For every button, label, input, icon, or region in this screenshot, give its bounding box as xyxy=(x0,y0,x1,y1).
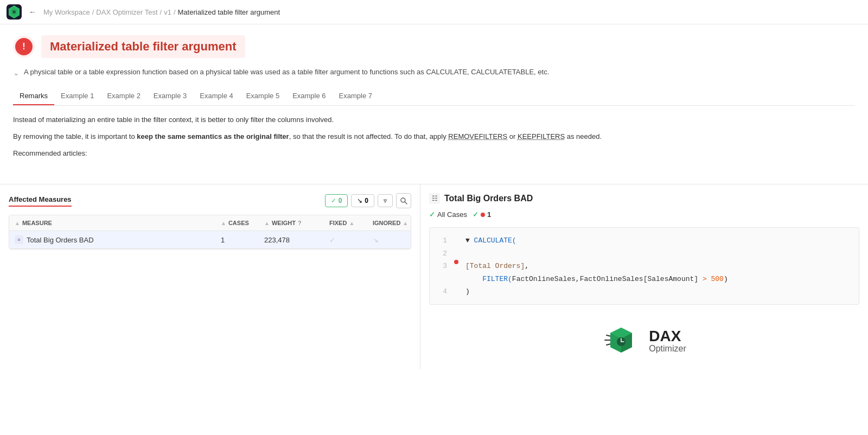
fixed-check-icon[interactable]: ✓ xyxy=(329,236,335,244)
total-orders-ref: [Total Orders] xyxy=(465,262,525,270)
measure-icon: ≡ xyxy=(15,235,23,244)
tab-example1[interactable]: Example 1 xyxy=(54,87,100,105)
filter-op: > 500 xyxy=(698,275,724,283)
col-measure: ▲ MEASURE xyxy=(9,215,215,231)
filter-close: ) xyxy=(724,275,728,283)
tab-example6[interactable]: Example 6 xyxy=(286,87,332,105)
keepfilters-link[interactable]: KEEPFILTERS xyxy=(518,132,565,140)
filter-fixed-button[interactable]: ✓ 0 xyxy=(325,194,348,207)
case-dot xyxy=(481,213,485,217)
right-panel: ☷ Total Big Orders BAD ✓ All Cases ✓ 1 1… xyxy=(420,184,868,369)
breadcrumb: My Workspace / DAX Optimizer Test / v1 /… xyxy=(43,8,280,16)
remarks-p1: Instead of materializing an entire table… xyxy=(13,114,855,126)
affected-measures-title: Affected Measures xyxy=(9,195,72,207)
line-num-2: 2 xyxy=(436,247,447,260)
sort-icon: ▲ xyxy=(349,220,354,226)
col-weight: ▲ WEIGHT ? xyxy=(259,215,324,231)
tab-remarks[interactable]: Remarks xyxy=(13,87,54,105)
filter-icon: ▿ xyxy=(384,197,387,204)
remarks-p2-post: as needed. xyxy=(565,132,602,140)
recommended-articles-label: Recommended articles: xyxy=(13,148,855,159)
chevron-down-icon[interactable]: ⌄ xyxy=(13,67,20,79)
breadcrumb-version[interactable]: v1 xyxy=(164,8,171,16)
case-checkmark: ✓ xyxy=(473,210,478,219)
code-block: 1 ▼ CALCULATE( 2 3 [Total Orders], FIL xyxy=(429,227,859,305)
code-text-3: [Total Orders], FILTER(FactOnlineSales,F… xyxy=(465,260,852,285)
code-line-2: 2 xyxy=(436,247,852,260)
case-badge[interactable]: ✓ 1 xyxy=(473,210,491,219)
search-button[interactable] xyxy=(396,193,411,208)
col-fixed: FIXED ▲ xyxy=(324,215,367,231)
cell-cases: 1 xyxy=(215,231,259,248)
code-line-4: 4 ) xyxy=(436,285,852,298)
measure-table-icon: ☷ xyxy=(429,193,440,204)
back-button[interactable]: ← xyxy=(26,5,39,18)
cell-measure-name: ≡ Total Big Orders BAD xyxy=(9,231,215,248)
sort-icon: ▲ xyxy=(264,220,270,226)
breadcrumb-sep3: / xyxy=(174,8,176,16)
code-text-2 xyxy=(465,247,852,260)
dax-cube-container xyxy=(602,321,640,361)
ignored-icon: ↘ xyxy=(357,197,362,204)
page-title: Materialized table filter argument xyxy=(41,35,245,58)
tabs-row: Remarks Example 1 Example 2 Example 3 Ex… xyxy=(13,87,855,106)
calculate-kw: CALCULATE( xyxy=(474,236,516,245)
svg-point-2 xyxy=(12,10,16,14)
optimizer-label: Optimizer xyxy=(649,344,686,354)
cell-weight: 223,478 xyxy=(259,231,324,248)
right-panel-title: Total Big Orders BAD xyxy=(444,194,533,203)
all-cases-checkmark: ✓ xyxy=(429,210,435,219)
tab-example5[interactable]: Example 5 xyxy=(240,87,286,105)
line-num-4: 4 xyxy=(436,285,447,298)
code-line-3: 3 [Total Orders], FILTER(FactOnlineSales… xyxy=(436,260,852,285)
filter-ignored-button[interactable]: ↘ 0 xyxy=(351,194,374,207)
col-ignored: IGNORED ▲ xyxy=(367,215,411,231)
table-header: ▲ MEASURE ▲ CASES ▲ WEIGHT ? FIXED ▲ I xyxy=(9,215,411,231)
filter-controls: ✓ 0 ↘ 0 ▿ xyxy=(325,193,411,208)
all-cases-label[interactable]: ✓ All Cases xyxy=(429,210,467,219)
code-text-1: ▼ CALCULATE( xyxy=(465,234,852,247)
breadcrumb-project[interactable]: DAX Optimizer Test xyxy=(96,8,157,16)
line-marker-3 xyxy=(454,260,459,264)
sort-icon: ▲ xyxy=(221,220,226,226)
breadcrumb-workspace[interactable]: My Workspace xyxy=(43,8,90,16)
cell-ignored: ↘ xyxy=(367,231,411,248)
line-num-3: 3 xyxy=(436,260,447,272)
table-row[interactable]: ≡ Total Big Orders BAD 1 223,478 ✓ ↘ xyxy=(9,231,411,249)
removefilters-link[interactable]: REMOVEFILTERS xyxy=(448,132,507,140)
tab-example7[interactable]: Example 7 xyxy=(333,87,379,105)
filter-arg1: FactOnlineSales,FactOnlineSales[SalesAmo… xyxy=(512,275,698,283)
description-row: ⌄ A physical table or a table expression… xyxy=(13,67,855,79)
ignored-count: 0 xyxy=(365,197,368,204)
svg-line-4 xyxy=(405,202,407,204)
breadcrumb-current: Materialized table filter argument xyxy=(178,8,280,16)
remarks-p2-or: or xyxy=(507,132,518,140)
svg-point-3 xyxy=(401,198,405,202)
remarks-p2: By removing the table, it is important t… xyxy=(13,131,855,143)
comma1: , xyxy=(525,262,529,270)
panel-header: Affected Measures ✓ 0 ↘ 0 ▿ xyxy=(9,193,411,208)
filter-funnel-button[interactable]: ▿ xyxy=(378,194,393,207)
dax-cube-icon xyxy=(602,321,640,359)
measures-table: ▲ MEASURE ▲ CASES ▲ WEIGHT ? FIXED ▲ I xyxy=(9,215,411,250)
line-num-1: 1 xyxy=(436,234,447,247)
remarks-p2-bold: keep the same semantics as the original … xyxy=(137,132,289,140)
tab-example4[interactable]: Example 4 xyxy=(193,87,239,105)
weight-help-icon[interactable]: ? xyxy=(298,220,302,226)
left-panel: Affected Measures ✓ 0 ↘ 0 ▿ xyxy=(0,184,420,369)
dax-label: DAX xyxy=(649,329,686,344)
code-text-4: ) xyxy=(465,285,852,298)
checkmark-icon: ✓ xyxy=(331,197,336,204)
sort-icon: ▲ xyxy=(403,220,408,226)
sort-icon: ▲ xyxy=(15,220,20,226)
filter-kw: FILTER( xyxy=(482,275,512,283)
title-row: ! Materialized table filter argument xyxy=(13,35,855,58)
remarks-content: Instead of materializing an entire table… xyxy=(13,114,855,173)
breadcrumb-sep1: / xyxy=(92,8,94,16)
tab-example2[interactable]: Example 2 xyxy=(100,87,146,105)
remarks-p2-pre: By removing the table, it is important t… xyxy=(13,132,137,140)
error-dot-marker xyxy=(454,260,458,264)
tab-example3[interactable]: Example 3 xyxy=(147,87,193,105)
cell-fixed: ✓ xyxy=(324,231,367,248)
ignored-action-icon[interactable]: ↘ xyxy=(373,236,379,244)
